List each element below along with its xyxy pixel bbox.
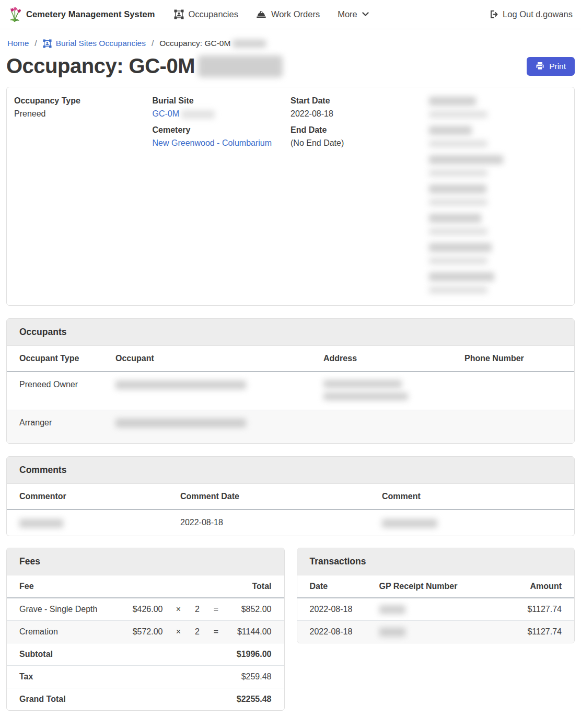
occupant-phone-cell — [458, 410, 574, 444]
occupant-name-cell — [109, 410, 317, 444]
transactions-header-row: Date GP Receipt Number Amount — [297, 575, 575, 598]
breadcrumb-occupancies-label: Burial Sites Occupancies — [56, 39, 146, 48]
occupant-type-cell: Arranger — [7, 410, 109, 444]
redacted-field-3 — [429, 155, 567, 184]
grand-total-value: $2255.48 — [226, 688, 284, 710]
transactions-heading: Transactions — [297, 548, 575, 575]
nav-item-occupancies[interactable]: Occupancies — [174, 9, 238, 19]
hard-hat-icon — [256, 10, 266, 19]
field-cemetery: Cemetery New Greenwood - Columbarium — [153, 125, 291, 155]
occupant-phone-cell — [458, 372, 574, 410]
occupants-heading: Occupants — [7, 319, 574, 346]
occupant-row-preneed-owner: Preneed Owner — [7, 372, 574, 410]
nav-item-work-orders[interactable]: Work Orders — [256, 9, 320, 19]
commentor-cell — [7, 510, 174, 535]
breadcrumb: Home / Burial Sites Occupancies / Occupa… — [0, 29, 581, 48]
grand-total-label: Grand Total — [7, 688, 226, 710]
logout-label: Log Out d.gowans — [503, 9, 573, 19]
burial-site-label: Burial Site — [153, 96, 291, 106]
subtotal-value: $1996.00 — [226, 643, 284, 665]
fee-row: Cremation $572.00 × 2 = $1144.00 — [7, 620, 284, 643]
fee-price-cell: $426.00 — [119, 598, 169, 621]
details-col-3: Start Date 2022-08-18 End Date (No End D… — [290, 96, 429, 301]
breadcrumb-current: Occupancy: GC-0M — [159, 39, 266, 48]
redacted-field-7 — [429, 272, 567, 301]
nav-item-more[interactable]: More — [338, 9, 369, 19]
bottom-section: Fees Fee Total Grave - Single Depth $426… — [6, 548, 575, 712]
redacted-occupant-name — [115, 380, 246, 389]
occupants-table: Occupant Type Occupant Address Phone Num… — [7, 346, 574, 443]
start-date-value: 2022-08-18 — [290, 109, 429, 119]
occupancies-icon-blue — [43, 39, 52, 48]
col-date: Date — [297, 575, 373, 598]
transactions-table: Date GP Receipt Number Amount 2022-08-18… — [297, 575, 575, 643]
subtotal-row: Subtotal $1996.00 — [7, 643, 284, 665]
comment-cell — [376, 510, 574, 535]
details-col-4-redacted — [429, 96, 567, 301]
top-navbar: Cemetery Management System Occupancies W — [0, 0, 581, 29]
fee-equals-sign: = — [207, 598, 226, 621]
redacted-breadcrumb-id — [233, 40, 266, 48]
transaction-date-cell: 2022-08-18 — [297, 598, 373, 621]
field-start-date: Start Date 2022-08-18 — [290, 96, 429, 125]
brand-title: Cemetery Management System — [26, 9, 155, 19]
logout-icon — [489, 10, 498, 19]
print-button[interactable]: Print — [527, 57, 575, 76]
burial-site-link[interactable]: GC-0M — [153, 109, 180, 118]
redacted-receipt-number — [379, 628, 405, 637]
print-label: Print — [549, 62, 566, 71]
occupant-address-cell — [317, 410, 458, 444]
breadcrumb-occupancies-link[interactable]: Burial Sites Occupancies — [43, 39, 146, 48]
details-col-2: Burial Site GC-0M Cemetery New Greenwood… — [153, 96, 291, 301]
field-end-date: End Date (No End Date) — [290, 125, 429, 155]
breadcrumb-separator: / — [152, 39, 154, 48]
transactions-card: Transactions Date GP Receipt Number Amou… — [297, 548, 575, 644]
fee-price-cell: $572.00 — [119, 620, 169, 643]
col-phone-number: Phone Number — [458, 346, 574, 372]
fee-row: Grave - Single Depth $426.00 × 2 = $852.… — [7, 598, 284, 621]
cemetery-label: Cemetery — [153, 125, 291, 135]
occupants-header-row: Occupant Type Occupant Address Phone Num… — [7, 346, 574, 372]
col-commentor: Commentor — [7, 484, 174, 510]
transaction-amount-cell: $1127.74 — [506, 620, 574, 643]
col-comment-date: Comment Date — [174, 484, 376, 510]
tax-label: Tax — [7, 665, 226, 688]
tax-row: Tax $259.48 — [7, 665, 284, 688]
nav-occupancies-label: Occupancies — [189, 9, 238, 19]
redacted-address-line2 — [323, 392, 408, 400]
fee-total-cell: $852.00 — [226, 598, 284, 621]
details-col-1: Occupancy Type Preneed — [14, 96, 153, 301]
breadcrumb-home-link[interactable]: Home — [7, 39, 29, 48]
redacted-field-5 — [429, 213, 567, 242]
details-grid: Occupancy Type Preneed Burial Site GC-0M… — [7, 87, 574, 305]
redacted-commentor — [19, 519, 63, 528]
tax-value: $259.48 — [226, 665, 284, 688]
fees-header-row: Fee Total — [7, 575, 284, 598]
redacted-field-2 — [429, 125, 567, 155]
transaction-row: 2022-08-18 $1127.74 — [297, 620, 575, 643]
field-burial-site: Burial Site GC-0M — [153, 96, 291, 125]
comments-heading: Comments — [7, 457, 574, 484]
col-total: Total — [226, 575, 284, 598]
breadcrumb-separator: / — [34, 39, 37, 48]
transaction-receipt-cell — [373, 620, 507, 643]
transaction-row: 2022-08-18 $1127.74 — [297, 598, 575, 621]
fee-qty-cell: 2 — [188, 620, 207, 643]
fee-total-cell: $1144.00 — [226, 620, 284, 643]
comment-row: 2022-08-18 — [7, 510, 574, 535]
col-gp-receipt-number: GP Receipt Number — [373, 575, 507, 598]
transaction-date-cell: 2022-08-18 — [297, 620, 373, 643]
occupant-address-cell — [317, 372, 458, 410]
occupants-card: Occupants Occupant Type Occupant Address… — [6, 318, 575, 444]
occupancy-type-value: Preneed — [14, 109, 153, 119]
logout-button[interactable]: Log Out d.gowans — [489, 9, 573, 19]
col-occupant: Occupant — [109, 346, 317, 372]
page-header: Occupancy: GC-0M Print — [6, 54, 575, 78]
cemetery-link[interactable]: New Greenwood - Columbarium — [153, 138, 272, 147]
subtotal-label: Subtotal — [7, 643, 226, 665]
end-date-value: (No End Date) — [290, 138, 429, 148]
transaction-receipt-cell — [373, 598, 507, 621]
nav-work-orders-label: Work Orders — [271, 9, 320, 19]
fee-name-cell: Cremation — [7, 620, 119, 643]
comment-date-cell: 2022-08-18 — [174, 510, 376, 535]
